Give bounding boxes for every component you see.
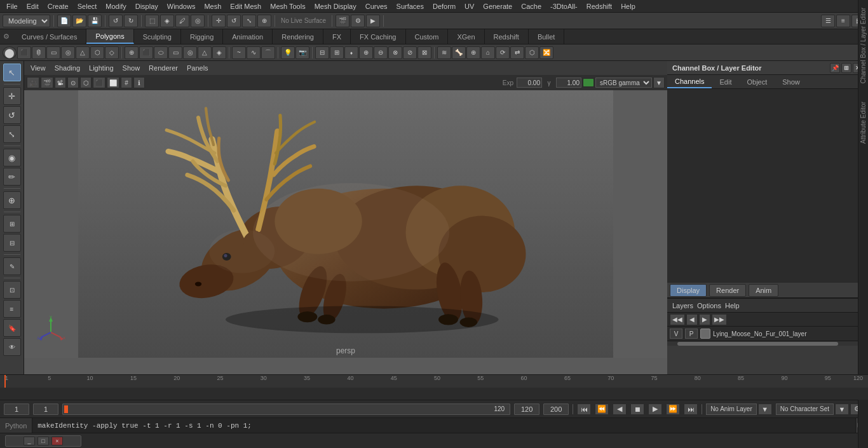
range-end-input[interactable]	[543, 404, 569, 415]
menu-3dtall[interactable]: -3DtoAll-	[546, 1, 581, 11]
char-set-dropdown-btn[interactable]: ▼	[835, 404, 849, 415]
move-tool[interactable]: ✛	[3, 87, 21, 105]
vp-smooth-btn[interactable]: ⬛	[93, 77, 105, 88]
tab-fx-caching[interactable]: FX Caching	[351, 29, 405, 44]
menu-surfaces[interactable]: Surfaces	[393, 1, 428, 11]
nurbs-cone-btn[interactable]: △	[198, 46, 212, 59]
edge-label-channel-box[interactable]: Channel Box / Layer Editor	[860, 61, 867, 86]
undo-btn[interactable]: ↺	[109, 15, 123, 27]
quick-layout-btn[interactable]: ⊡	[3, 281, 21, 299]
wrap-btn[interactable]: ⌂	[481, 46, 495, 59]
vp-chevron-btn[interactable]: ▼	[653, 77, 665, 88]
menu-create[interactable]: Create	[44, 1, 72, 11]
channel-box-btn[interactable]: ☰	[821, 15, 835, 27]
window-control[interactable]: _ □ ×	[5, 435, 81, 447]
transform-btn[interactable]: ✛	[212, 15, 226, 27]
workspace-select[interactable]: Modeling	[3, 15, 50, 27]
soft-select-btn[interactable]: ◎	[191, 15, 205, 27]
cb-tab-object[interactable]: Object	[739, 75, 775, 88]
select-tool-btn[interactable]: ⬚	[145, 15, 159, 27]
cb-tab-channels[interactable]: Channels	[667, 75, 712, 88]
range-start-input[interactable]	[514, 404, 539, 415]
save-scene-btn[interactable]: 💾	[88, 15, 102, 27]
menu-edit[interactable]: Edit	[23, 1, 43, 11]
poly-bool-btn[interactable]: ⊘	[403, 46, 417, 59]
step-fwd-btn[interactable]: ⏩	[666, 404, 680, 415]
menu-windows[interactable]: Windows	[163, 1, 200, 11]
outliner-btn-left[interactable]: ≡	[3, 300, 21, 318]
paint-tool[interactable]: ✏	[3, 168, 21, 186]
select-tool[interactable]: ↖	[3, 64, 21, 81]
lights-btn[interactable]: 💡	[281, 46, 295, 59]
snap-to-btn[interactable]: ⊟	[3, 234, 21, 252]
layer-ref-btn[interactable]: P	[685, 329, 698, 339]
universal-manip-btn[interactable]: ⊕	[257, 15, 271, 27]
render-settings-btn[interactable]: ⚙	[351, 15, 365, 27]
nurbs-plane-btn[interactable]: ▭	[168, 46, 182, 59]
cylinder-btn[interactable]: 🛢	[32, 46, 46, 59]
rivet-btn[interactable]: ⊕	[466, 46, 480, 59]
vp-color-space-icon[interactable]	[583, 78, 594, 87]
ngon-btn[interactable]: ⬡	[525, 46, 539, 59]
poly-merge-btn[interactable]: ⊗	[388, 46, 402, 59]
tab-rigging[interactable]: Rigging	[181, 29, 223, 44]
playback-marker[interactable]	[4, 375, 6, 388]
tab-bullet[interactable]: Bullet	[529, 29, 565, 44]
bezier-btn[interactable]: ⌒	[261, 46, 275, 59]
layer-menu-help[interactable]: Help	[725, 302, 740, 309]
curve-tool-btn[interactable]: ~	[232, 46, 246, 59]
platonic-btn[interactable]: ◇	[105, 46, 119, 59]
menu-modify[interactable]: Modify	[102, 1, 130, 11]
menu-help[interactable]: Help	[617, 1, 639, 11]
viewport-menu-lighting[interactable]: Lighting	[86, 63, 116, 73]
poly-separate-btn[interactable]: ⊖	[374, 46, 388, 59]
scene-view-btn[interactable]: 👁	[3, 338, 21, 356]
vp-grid-btn[interactable]: #	[121, 77, 132, 88]
display-tab-render[interactable]: Render	[709, 284, 746, 297]
menu-mesh-tools[interactable]: Mesh Tools	[266, 1, 309, 11]
snap-btn[interactable]: ⊞	[3, 215, 21, 233]
anim-layer-dropdown-btn[interactable]: ▼	[758, 404, 772, 415]
rotate-tool[interactable]: ↺	[3, 106, 21, 124]
poly-bridge-btn[interactable]: ⊞	[330, 46, 344, 59]
layer-menu-options[interactable]: Options	[697, 302, 721, 309]
layer-new-btn[interactable]: ◀◀	[670, 314, 685, 325]
camera-btn[interactable]: 📷	[295, 46, 309, 59]
vp-wireframe-btn[interactable]: ⬡	[80, 77, 92, 88]
menu-generate[interactable]: Generate	[479, 1, 516, 11]
ep-curve-btn[interactable]: ∿	[247, 46, 261, 59]
nurbs-sphere-btn[interactable]: ⊕	[125, 46, 139, 59]
layer-menu-layers[interactable]: Layers	[672, 302, 693, 309]
maximize-btn[interactable]: □	[37, 437, 49, 445]
tab-animation[interactable]: Animation	[223, 29, 273, 44]
tab-polygons[interactable]: Polygons	[86, 29, 133, 44]
remesh-btn[interactable]: 🔀	[539, 46, 553, 59]
close-btn[interactable]: ×	[51, 437, 63, 445]
open-scene-btn[interactable]: 📂	[72, 15, 86, 27]
layer-next-btn[interactable]: ▶	[699, 314, 710, 325]
menu-curves[interactable]: Curves	[362, 1, 391, 11]
cb-tab-show[interactable]: Show	[775, 75, 808, 88]
soft-select-tool[interactable]: ◉	[3, 149, 21, 166]
viewport-menu-panels[interactable]: Panels	[184, 63, 211, 73]
viewport-menu-shading[interactable]: Shading	[52, 63, 83, 73]
sphere-btn[interactable]: ⬤	[3, 46, 17, 59]
layer-prev-btn[interactable]: ◀	[686, 314, 698, 325]
vp-scene-btn[interactable]: 📽	[55, 77, 66, 88]
bookmark-btn[interactable]: 🔖	[3, 319, 21, 337]
skinning-btn[interactable]: 🦴	[452, 46, 466, 59]
poly-mirror-btn[interactable]: ⊠	[417, 46, 431, 59]
cb-tab-edit[interactable]: Edit	[712, 75, 739, 88]
lasso-btn[interactable]: ◈	[160, 15, 174, 27]
nurbs-cube-btn[interactable]: ⬛	[139, 46, 153, 59]
step-back-btn[interactable]: ⏪	[595, 404, 609, 415]
ipr-render-btn[interactable]: ▶	[366, 15, 380, 27]
new-scene-btn[interactable]: 📄	[57, 15, 71, 27]
vp-bounding-box-btn[interactable]: ⬜	[107, 77, 119, 88]
tab-sculpting[interactable]: Sculpting	[134, 29, 181, 44]
layer-end-btn[interactable]: ▶▶	[712, 314, 727, 325]
disk-btn[interactable]: ⬡	[90, 46, 104, 59]
layer-scroll[interactable]	[667, 341, 868, 346]
vp-hud-btn[interactable]: ℹ	[133, 77, 145, 88]
layer-color-swatch[interactable]	[700, 329, 710, 339]
